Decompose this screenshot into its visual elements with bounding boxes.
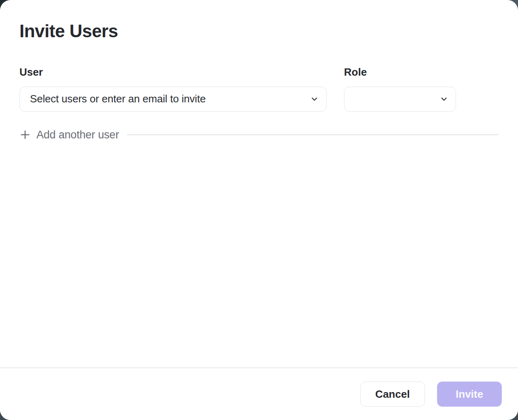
page-title: Invite Users xyxy=(19,21,499,42)
invite-users-modal: Invite Users User Select users or enter … xyxy=(0,0,518,420)
invite-form-row: User Select users or enter an email to i… xyxy=(19,66,499,112)
add-user-row: Add another user xyxy=(19,129,499,141)
chevron-down-icon[interactable] xyxy=(310,95,319,104)
user-label: User xyxy=(19,66,327,78)
add-another-user-label: Add another user xyxy=(36,129,119,141)
modal-body: Invite Users User Select users or enter … xyxy=(0,0,518,367)
chevron-down-icon[interactable] xyxy=(439,95,448,104)
user-field-group: User Select users or enter an email to i… xyxy=(19,66,327,112)
modal-footer: Cancel Invite xyxy=(0,367,518,420)
cancel-button[interactable]: Cancel xyxy=(360,382,425,407)
role-select[interactable] xyxy=(344,87,456,112)
user-select[interactable]: Select users or enter an email to invite xyxy=(19,87,327,112)
plus-icon xyxy=(19,129,31,140)
add-another-user-button[interactable]: Add another user xyxy=(19,129,119,141)
role-field-group: Role xyxy=(344,66,456,112)
horizontal-divider xyxy=(127,134,499,135)
user-select-placeholder: Select users or enter an email to invite xyxy=(30,93,206,105)
role-label: Role xyxy=(344,66,456,78)
invite-button[interactable]: Invite xyxy=(437,382,502,407)
